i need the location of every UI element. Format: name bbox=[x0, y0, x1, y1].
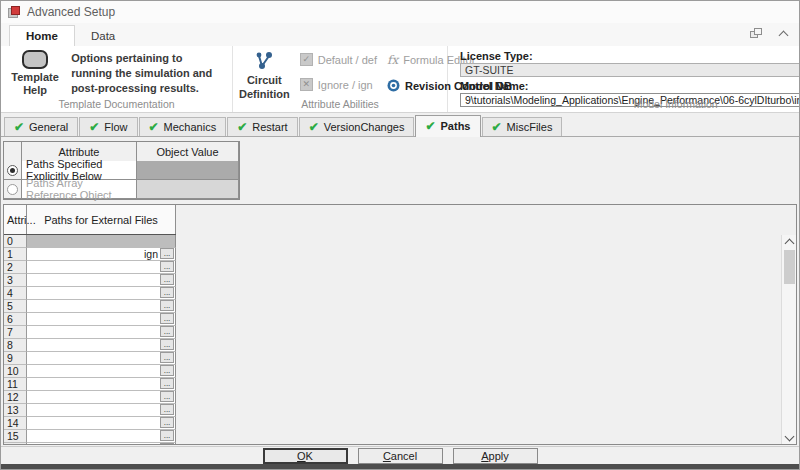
tab-versionchanges[interactable]: ✔VersionChanges bbox=[299, 117, 415, 136]
group-label-model-information: Model Information bbox=[448, 98, 800, 110]
row-index[interactable]: 3 bbox=[4, 274, 27, 287]
browse-button[interactable]: ... bbox=[160, 261, 174, 272]
browse-button[interactable]: ... bbox=[160, 326, 174, 337]
tab-flow[interactable]: ✔Flow bbox=[79, 117, 137, 136]
tab-restart[interactable]: ✔Restart bbox=[227, 117, 298, 136]
path-value-cell[interactable]: ... bbox=[27, 313, 176, 326]
tab-mechanics[interactable]: ✔Mechanics bbox=[139, 117, 227, 136]
row-index[interactable]: 5 bbox=[4, 300, 27, 313]
paths-row-3: 3... bbox=[4, 274, 176, 287]
default-def-toggle[interactable]: ✓ Default / def bbox=[300, 53, 377, 66]
group-label-template-documentation: Template Documentation bbox=[1, 98, 232, 110]
paths-row-10: 10... bbox=[4, 365, 176, 378]
group-label-attribute-abilities: Attribute Abilities bbox=[233, 98, 447, 110]
ok-button[interactable]: OK bbox=[263, 448, 348, 464]
cancel-button[interactable]: Cancel bbox=[358, 448, 443, 464]
ignore-ign-toggle[interactable]: ✕ Ignore / ign bbox=[300, 78, 377, 91]
row-index[interactable]: 15 bbox=[4, 430, 27, 443]
browse-button[interactable]: ... bbox=[160, 339, 174, 350]
path-value-cell[interactable]: ... bbox=[27, 352, 176, 365]
browse-button[interactable]: ... bbox=[160, 352, 174, 363]
radio-cell-explicit bbox=[4, 161, 22, 180]
scroll-up-icon[interactable] bbox=[782, 235, 797, 248]
browse-button[interactable]: ... bbox=[160, 430, 174, 441]
paths-header-attribute: Attri... bbox=[4, 205, 27, 234]
ribbon-tab-home[interactable]: Home bbox=[9, 25, 75, 46]
browse-button[interactable]: ... bbox=[160, 287, 174, 298]
row-index[interactable]: 12 bbox=[4, 391, 27, 404]
path-value-cell[interactable]: ... bbox=[27, 326, 176, 339]
path-value-cell[interactable]: ... bbox=[27, 300, 176, 313]
row-index[interactable]: 4 bbox=[4, 287, 27, 300]
paths-row-2: 2... bbox=[4, 261, 176, 274]
path-value-cell[interactable]: ... bbox=[27, 261, 176, 274]
ribbon-tab-data[interactable]: Data bbox=[75, 26, 131, 46]
browse-button[interactable]: ... bbox=[160, 378, 174, 389]
ribbon-corner-controls bbox=[750, 27, 791, 39]
browse-button[interactable]: ... bbox=[160, 313, 174, 324]
radio-paths-explicit[interactable] bbox=[7, 165, 18, 176]
tab-general[interactable]: ✔General bbox=[4, 117, 78, 136]
default-def-label: Default / def bbox=[318, 54, 377, 66]
browse-button[interactable]: ... bbox=[160, 365, 174, 376]
path-value-cell[interactable]: ... bbox=[27, 287, 176, 300]
scroll-down-icon[interactable] bbox=[782, 431, 797, 444]
browse-button[interactable]: ... bbox=[160, 248, 174, 259]
revision-control-icon bbox=[387, 79, 400, 92]
path-value-cell[interactable]: ign... bbox=[27, 248, 176, 261]
check-icon: ✔ bbox=[309, 122, 319, 132]
apply-button[interactable]: Apply bbox=[453, 448, 538, 464]
paths-row-6: 6... bbox=[4, 313, 176, 326]
path-value-cell[interactable]: ... bbox=[27, 378, 176, 391]
row-index[interactable]: 10 bbox=[4, 365, 27, 378]
template-description: Options pertaining to running the simula… bbox=[71, 49, 226, 98]
radio-paths-reference[interactable] bbox=[7, 184, 18, 195]
path-value-cell[interactable]: ... bbox=[27, 339, 176, 352]
path-value-cell[interactable]: ... bbox=[27, 365, 176, 378]
row-index[interactable]: 11 bbox=[4, 378, 27, 391]
row-index[interactable]: 8 bbox=[4, 339, 27, 352]
path-value-cell[interactable]: ... bbox=[27, 391, 176, 404]
paths-table-rows: 01ign...2...3...4...5...6...7...8...9...… bbox=[4, 235, 176, 445]
paths-row-14: 14... bbox=[4, 417, 176, 430]
tab-miscfiles[interactable]: ✔MiscFiles bbox=[482, 117, 563, 136]
browse-button[interactable]: ... bbox=[160, 443, 174, 445]
tab-label: Mechanics bbox=[164, 121, 217, 133]
paths-row-15: 15... bbox=[4, 430, 176, 443]
tab-paths[interactable]: ✔Paths bbox=[415, 115, 480, 137]
vertical-scrollbar[interactable] bbox=[781, 235, 796, 444]
tab-label: Restart bbox=[252, 121, 287, 133]
scrollbar-thumb[interactable] bbox=[784, 250, 795, 284]
path-value-cell[interactable]: ... bbox=[27, 274, 176, 287]
paths-header-files: Paths for External Files bbox=[27, 205, 176, 234]
circuit-definition-button[interactable]: Circuit Definition bbox=[239, 49, 290, 98]
ribbon-tab-strip: Home Data bbox=[1, 23, 799, 46]
group-attribute-abilities: Circuit Definition ✓ Default / def ✕ Ign… bbox=[233, 46, 448, 112]
ribbon-layout-icon[interactable] bbox=[750, 28, 763, 39]
row-index[interactable]: 7 bbox=[4, 326, 27, 339]
path-value-cell[interactable]: ... bbox=[27, 430, 176, 443]
row-index[interactable]: 0 bbox=[4, 235, 27, 248]
path-value-cell[interactable]: ... bbox=[27, 417, 176, 430]
path-value-cell[interactable]: ... bbox=[27, 404, 176, 417]
row-index[interactable]: 2 bbox=[4, 261, 27, 274]
path-value-cell[interactable] bbox=[27, 235, 176, 248]
row-index[interactable]: 13 bbox=[4, 404, 27, 417]
browse-button[interactable]: ... bbox=[160, 300, 174, 311]
collapse-ribbon-icon[interactable] bbox=[777, 27, 791, 39]
template-help-button[interactable]: Template Help bbox=[7, 49, 63, 98]
row-index[interactable]: 6 bbox=[4, 313, 27, 326]
paths-row-9: 9... bbox=[4, 352, 176, 365]
row-index[interactable]: 1 bbox=[4, 248, 27, 261]
row-index[interactable]: 14 bbox=[4, 417, 27, 430]
browse-button[interactable]: ... bbox=[160, 417, 174, 428]
browse-button[interactable]: ... bbox=[160, 274, 174, 285]
row-index[interactable]: 9 bbox=[4, 352, 27, 365]
row-index[interactable]: 16 bbox=[4, 443, 27, 445]
browse-button[interactable]: ... bbox=[160, 391, 174, 402]
tab-label: Flow bbox=[104, 121, 127, 133]
paths-row-11: 11... bbox=[4, 378, 176, 391]
path-value-cell[interactable]: ... bbox=[27, 443, 176, 445]
paths-table-header: Attri... Paths for External Files bbox=[4, 205, 176, 235]
browse-button[interactable]: ... bbox=[160, 404, 174, 415]
